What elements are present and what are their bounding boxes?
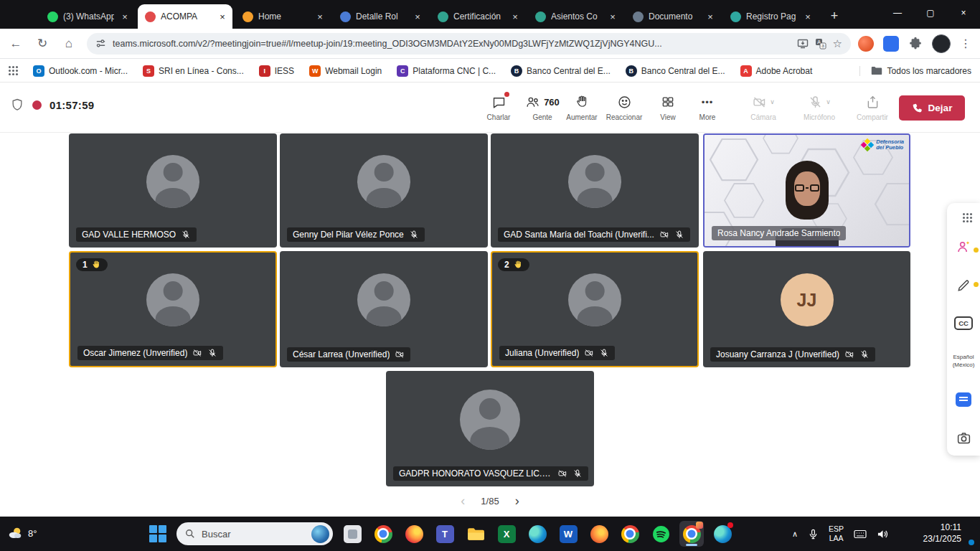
pen-icon[interactable] [956, 278, 971, 293]
bookmark-cnc[interactable]: C Plataforma CNC | C... [397, 65, 496, 77]
tab-documento[interactable]: Documento × [626, 4, 720, 29]
more-button[interactable]: ••• More [687, 93, 727, 121]
bookmark-iess[interactable]: I IESS [259, 65, 294, 77]
all-bookmarks-button[interactable]: Todos los marcadores [859, 66, 971, 76]
home-icon[interactable]: ⌂ [58, 33, 80, 55]
address-bar[interactable]: teams.microsoft.com/v2/?meetingjoin=true… [87, 33, 851, 55]
raise-hand-button[interactable]: Aumentar [561, 93, 603, 121]
subtitles-icon[interactable] [956, 392, 971, 407]
tab-close-icon[interactable]: × [217, 11, 228, 22]
maximize-button[interactable]: ▢ [914, 0, 947, 26]
taskbar-chrome-active[interactable] [679, 521, 704, 547]
taskbar-firefox-2[interactable] [587, 521, 611, 547]
close-window-button[interactable]: × [947, 0, 980, 26]
taskbar-search[interactable]: Buscar [176, 522, 333, 545]
effects-person-icon[interactable] [956, 239, 971, 255]
bookmark-banco-2[interactable]: B Banco Central del E... [626, 65, 725, 77]
bookmark-outlook[interactable]: O Outlook.com - Micr... [33, 65, 128, 77]
tab-detalle-rol[interactable]: Detalle Rol × [333, 4, 428, 29]
extensions-puzzle-icon[interactable] [908, 37, 923, 51]
tab-favicon [633, 11, 644, 22]
taskbar-excel[interactable]: X [494, 521, 519, 547]
share-button[interactable]: Compartir [851, 93, 894, 121]
participant-tile[interactable]: GAD VALLE HERMOSO [69, 133, 277, 248]
grid-view-icon [661, 95, 675, 109]
participant-name: GAD Santa María del Toachi (Unverifi... [504, 230, 654, 240]
tab-close-icon[interactable]: × [802, 11, 814, 22]
mic-button[interactable]: ∨ Micrófono [792, 93, 847, 121]
taskbar-file-explorer[interactable] [463, 521, 488, 547]
mic-chevron-icon[interactable]: ∨ [826, 98, 831, 105]
tab-close-icon[interactable]: × [412, 11, 423, 22]
tab-close-icon[interactable]: × [607, 11, 618, 22]
bookmark-webmail[interactable]: W Webmail Login [309, 65, 382, 77]
taskbar-firefox[interactable] [402, 521, 426, 547]
participant-tile-raised-hand[interactable]: 2 Juliana (Unverified) [491, 251, 699, 367]
screenshot-camera-icon[interactable] [956, 430, 971, 446]
tab-asientos[interactable]: Asientos Co × [528, 4, 623, 29]
back-icon[interactable]: ← [5, 33, 27, 55]
participant-tile-raised-hand[interactable]: 1 Oscar Jimenez (Unverified) [69, 251, 277, 367]
view-button[interactable]: View [647, 93, 689, 121]
profile-avatar[interactable] [932, 34, 951, 53]
bookmark-star-icon[interactable]: ☆ [833, 37, 842, 50]
extension-icon-1[interactable] [858, 36, 874, 52]
react-button[interactable]: Reaccionar [603, 93, 646, 121]
taskbar-word[interactable]: W [556, 521, 580, 547]
bookmark-adobe[interactable]: A Adobe Acrobat [740, 65, 813, 77]
closed-captions-icon[interactable]: CC [954, 316, 973, 330]
tab-home[interactable]: Home × [235, 4, 330, 29]
participant-tile[interactable]: GAD Santa María del Toachi (Unverifi... [491, 133, 699, 248]
taskbar-chrome[interactable] [371, 521, 395, 547]
tab-close-icon[interactable]: × [119, 11, 131, 22]
page-next-icon[interactable]: › [515, 494, 519, 509]
tab-registro[interactable]: Registro Pag × [723, 4, 818, 29]
tab-certificacion[interactable]: Certificación × [430, 4, 525, 29]
extension-icon-2[interactable] [883, 36, 899, 52]
taskbar-chrome-2[interactable] [618, 521, 642, 547]
apps-grid-icon[interactable] [963, 213, 965, 215]
clock[interactable]: 10:11 23/1/2025 [923, 517, 961, 551]
participant-tile[interactable]: GADPR HONORATO VASQUEZ LIC. VI... [386, 371, 594, 486]
new-tab-button[interactable]: + [825, 6, 844, 25]
bookmark-banco-1[interactable]: B Banco Central del E... [511, 65, 611, 77]
taskbar-edge-notification[interactable] [710, 521, 735, 547]
camera-chevron-icon[interactable]: ∨ [770, 98, 775, 105]
minimize-button[interactable]: — [881, 0, 914, 26]
taskbar-spotify[interactable] [649, 521, 673, 547]
tab-close-icon[interactable]: × [705, 11, 716, 22]
url-text[interactable]: teams.microsoft.com/v2/?meetingjoin=true… [113, 39, 784, 49]
start-button[interactable] [149, 525, 166, 542]
browser-menu-icon[interactable]: ⋮ [960, 37, 971, 50]
participant-tile[interactable]: Genny Del Pilar Vélez Ponce [280, 133, 488, 248]
taskbar-app-1[interactable] [340, 521, 364, 547]
language-indicator[interactable]: ESPLAA [829, 524, 844, 542]
reload-icon[interactable]: ↻ [32, 33, 53, 55]
install-app-icon[interactable] [797, 38, 809, 50]
people-button[interactable]: 760 Gente [519, 93, 565, 121]
tab-acompa-active[interactable]: ACOMPA × [138, 4, 232, 29]
tab-close-icon[interactable]: × [314, 11, 326, 22]
tray-chevron-icon[interactable]: ∧ [792, 529, 798, 539]
participant-tile[interactable]: JJ Josuany Carranza J (Unverified) [703, 251, 910, 367]
tray-mic-icon[interactable] [808, 529, 819, 540]
chat-button[interactable]: Charlar [478, 93, 519, 121]
taskbar-edge[interactable] [525, 521, 550, 547]
page-prev-icon[interactable]: ‹ [461, 494, 465, 509]
speaker-icon[interactable] [877, 529, 889, 540]
hand-icon [513, 260, 523, 270]
translate-icon[interactable]: A a [815, 38, 826, 50]
participant-tile[interactable]: César Larrea (Unverified) [280, 251, 488, 367]
active-speaker-tile[interactable]: Defensoríadel Pueblo Rosa Nancy Andrade … [703, 133, 910, 248]
bookmark-label: Banco Central del E... [641, 66, 725, 76]
taskbar-teams[interactable]: T [433, 521, 457, 547]
apps-grid-icon[interactable] [9, 66, 11, 68]
tab-whatsapp[interactable]: (3) WhatsApp × [40, 4, 135, 29]
leave-button[interactable]: Dejar [899, 95, 965, 121]
weather-widget[interactable]: 8° [7, 525, 37, 541]
site-settings-icon[interactable] [95, 38, 106, 49]
touch-keyboard-icon[interactable] [854, 529, 867, 540]
tab-close-icon[interactable]: × [509, 11, 521, 22]
bookmark-sri[interactable]: S SRI en Línea - Cons... [143, 65, 244, 77]
camera-button[interactable]: ∨ Cámara [738, 93, 789, 121]
